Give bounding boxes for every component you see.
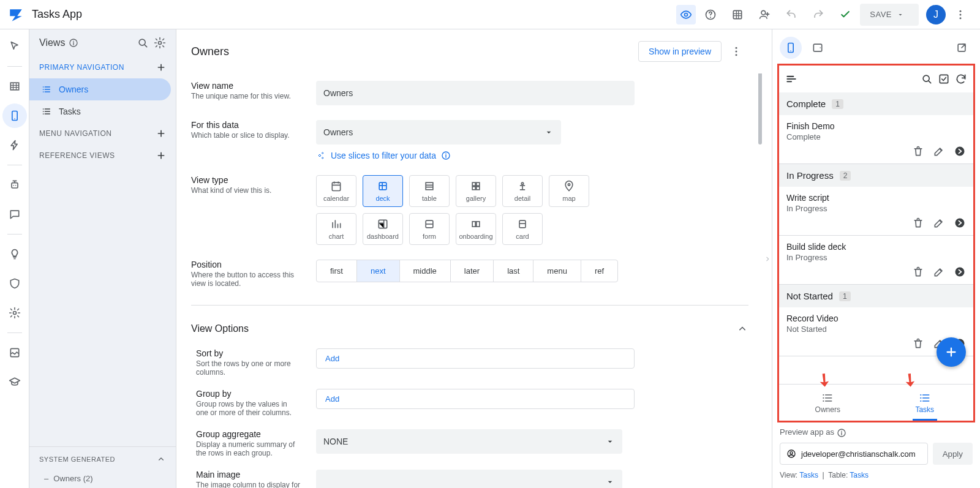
overflow-menu-button[interactable] <box>948 2 973 27</box>
info-icon[interactable] <box>441 151 451 160</box>
open-icon[interactable] <box>954 217 966 229</box>
view-type-gallery[interactable]: gallery <box>456 175 496 207</box>
preview-category-header[interactable]: Not Started1 <box>779 285 973 307</box>
save-button[interactable]: SAVE <box>860 4 919 26</box>
preview-toggle-button[interactable] <box>676 5 696 24</box>
views-panel-title: Views <box>39 37 65 48</box>
view-type-map[interactable]: map <box>549 175 589 207</box>
view-type-deck[interactable]: deck <box>363 175 403 207</box>
view-type-onboarding[interactable]: onboarding <box>456 213 496 245</box>
add-menu-view-icon[interactable] <box>156 129 166 138</box>
preview-tablet-button[interactable] <box>807 37 829 59</box>
preview-tab-tasks[interactable]: Tasks <box>876 385 974 421</box>
delete-icon[interactable] <box>912 217 924 229</box>
preview-view-link[interactable]: Tasks <box>799 471 818 479</box>
avatar[interactable]: J <box>926 5 946 24</box>
left-rail <box>0 29 29 488</box>
sort-by-label: Sort by <box>196 348 301 358</box>
undo-button[interactable] <box>779 2 804 27</box>
preview-phone-button[interactable] <box>780 37 802 59</box>
info-icon[interactable] <box>837 428 846 438</box>
edit-icon[interactable] <box>933 266 945 278</box>
rail-automation-icon[interactable] <box>2 173 27 197</box>
section-primary-navigation[interactable]: PRIMARY NAVIGATION <box>29 56 176 78</box>
consistency-check-button[interactable] <box>833 2 858 27</box>
view-type-calendar[interactable]: calendar <box>316 175 356 207</box>
preview-table-link[interactable]: Tasks <box>850 471 869 479</box>
view-type-card[interactable]: card <box>502 213 543 245</box>
view-item-tasks[interactable]: Tasks <box>29 100 176 122</box>
view-type-chart[interactable]: chart <box>316 213 356 245</box>
position-ref[interactable]: ref <box>581 260 617 282</box>
edit-icon[interactable] <box>933 145 945 157</box>
rail-intelligence-icon[interactable] <box>2 242 27 266</box>
share-button[interactable] <box>752 2 777 27</box>
preview-search-icon[interactable] <box>921 73 933 85</box>
view-type-detail[interactable]: detail <box>502 175 543 207</box>
add-ref-view-icon[interactable] <box>156 151 166 160</box>
apply-button[interactable]: Apply <box>933 443 973 465</box>
section-system-generated[interactable]: SYSTEM GENERATED <box>29 446 176 471</box>
view-type-dashboard[interactable]: dashboard <box>363 213 403 245</box>
edit-icon[interactable] <box>933 217 945 229</box>
info-icon[interactable] <box>69 38 78 48</box>
view-name-label: View name <box>191 81 301 91</box>
group-by-add-button[interactable]: Add <box>316 389 635 409</box>
rail-home-icon[interactable] <box>2 34 27 59</box>
open-preview-button[interactable] <box>951 37 973 59</box>
sort-by-add-button[interactable]: Add <box>316 348 635 369</box>
position-menu[interactable]: menu <box>533 260 581 282</box>
view-type-form[interactable]: form <box>409 213 450 245</box>
position-first[interactable]: first <box>317 260 357 282</box>
preview-as-email-input[interactable]: jdeveloper@christianschalk.com <box>780 443 928 465</box>
rail-data-icon[interactable] <box>2 74 27 99</box>
section-reference-views[interactable]: REFERENCE VIEWS <box>29 145 176 167</box>
keyboard-button[interactable] <box>725 2 750 27</box>
rail-views-icon[interactable] <box>2 103 27 128</box>
open-icon[interactable] <box>954 266 966 278</box>
position-middle[interactable]: middle <box>400 260 451 282</box>
redo-button[interactable] <box>806 2 831 27</box>
show-in-preview-button[interactable]: Show in preview <box>638 41 722 62</box>
editor-overflow-button[interactable] <box>724 39 748 64</box>
rail-settings-icon[interactable] <box>2 301 27 325</box>
use-slices-link[interactable]: Use slices to filter your data <box>331 151 436 160</box>
preview-tab-owners[interactable]: Owners <box>779 385 876 421</box>
rail-actions-icon[interactable] <box>2 133 27 157</box>
views-settings-icon[interactable] <box>154 37 166 49</box>
hamburger-menu-icon[interactable] <box>785 73 797 85</box>
delete-icon[interactable] <box>912 266 924 278</box>
preview-card-item[interactable]: Finish Demo Complete <box>779 115 973 164</box>
group-aggregate-select[interactable]: NONE <box>316 429 622 454</box>
collapse-preview-handle[interactable] <box>763 29 772 488</box>
section-menu-navigation[interactable]: MENU NAVIGATION <box>29 122 176 145</box>
preview-category-header[interactable]: In Progress2 <box>779 164 973 187</box>
main-image-select[interactable] <box>316 470 622 488</box>
system-generated-item[interactable]: –Owners (2) <box>29 471 176 488</box>
rail-learn-icon[interactable] <box>2 370 27 394</box>
preview-category-header[interactable]: Complete1 <box>779 92 973 115</box>
search-views-icon[interactable] <box>137 37 149 49</box>
delete-icon[interactable] <box>912 337 924 350</box>
rail-manage-icon[interactable] <box>2 340 27 365</box>
chevron-up-icon <box>156 454 166 464</box>
preview-card-item[interactable]: Write script In Progress <box>779 187 973 236</box>
position-last[interactable]: last <box>494 260 533 282</box>
rail-security-icon[interactable] <box>2 271 27 296</box>
position-next[interactable]: next <box>357 260 400 282</box>
position-later[interactable]: later <box>451 260 494 282</box>
view-options-header[interactable]: View Options <box>176 315 763 342</box>
list-icon <box>821 392 834 404</box>
view-item-owners[interactable]: Owners <box>29 78 171 100</box>
add-primary-view-icon[interactable] <box>156 62 166 72</box>
view-type-table[interactable]: table <box>409 175 450 207</box>
open-icon[interactable] <box>954 145 966 157</box>
preview-refresh-icon[interactable] <box>955 73 967 85</box>
help-button[interactable] <box>698 2 723 27</box>
delete-icon[interactable] <box>912 145 924 157</box>
for-this-data-select[interactable]: Owners <box>316 120 561 145</box>
preview-select-icon[interactable] <box>938 73 950 85</box>
rail-chat-icon[interactable] <box>2 202 27 227</box>
view-name-input[interactable]: Owners <box>316 81 635 105</box>
preview-card-item[interactable]: Build slide deck In Progress <box>779 236 973 285</box>
